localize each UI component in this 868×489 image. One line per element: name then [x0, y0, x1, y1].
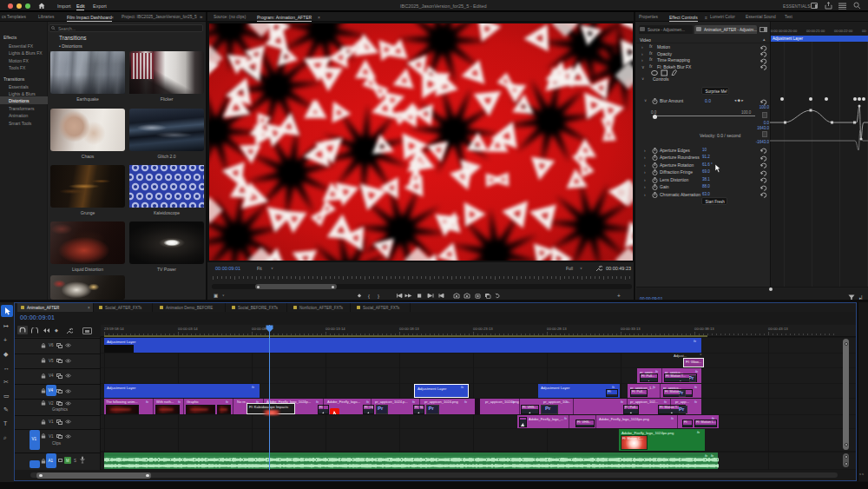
svg-text:{: {: [368, 294, 370, 299]
svg-text:}: }: [378, 294, 379, 299]
